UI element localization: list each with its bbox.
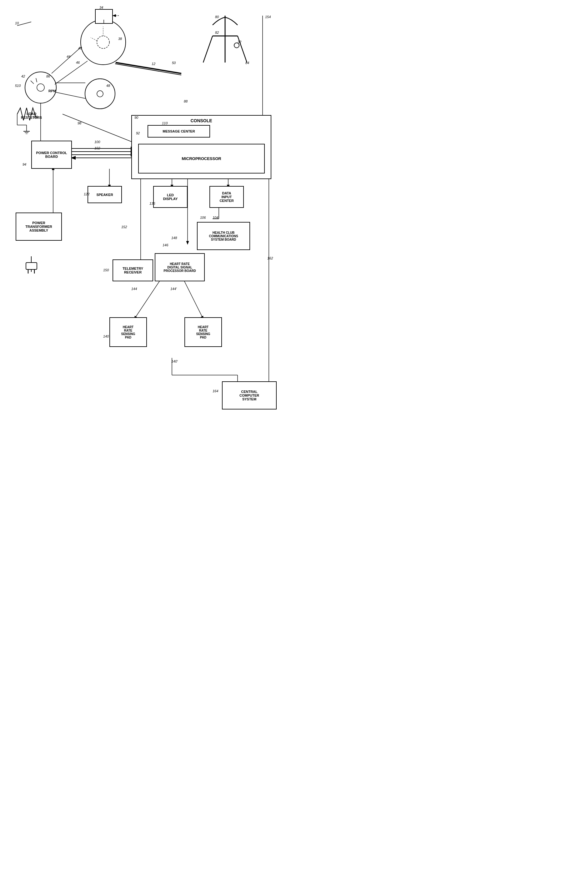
ref-98: 98 [78, 121, 81, 125]
ref-162: 162 [267, 256, 273, 260]
ref-42: 42 [21, 74, 25, 78]
load-resistors-label: LOADRESTSTORS [15, 112, 48, 119]
speaker-label: SPEAKER [96, 193, 113, 196]
ref-84: 84 [245, 61, 249, 65]
data-input-center-box: DATAINPUTCENTER [210, 186, 244, 208]
ref-144p: 144' [170, 287, 177, 291]
microprocessor-label: MICROPROCESSOR [182, 156, 221, 161]
svg-point-1 [81, 20, 126, 65]
console-box: CONSOLE MESSAGE CENTER MICROPROCESSOR [131, 115, 272, 179]
ref-148: 148 [171, 236, 177, 240]
svg-rect-36 [26, 262, 37, 269]
ref-34: 34 [99, 6, 103, 9]
svg-point-11 [37, 84, 44, 91]
microprocessor-box: MICROPROCESSOR [138, 144, 265, 174]
rpm-label: RPM [48, 89, 56, 93]
console-label: CONSOLE [190, 118, 212, 123]
central-computer-box: CENTRALCOMPUTERSYSTEM [222, 381, 277, 410]
ref-92: 92 [136, 131, 140, 135]
ref-50: 50 [172, 61, 176, 65]
svg-line-8 [52, 47, 81, 74]
ref-82: 82 [215, 31, 219, 34]
svg-line-22 [203, 36, 213, 63]
svg-point-15 [97, 91, 103, 97]
heart-rate-pad2-box: HEARTRATESENSINGPAD [184, 317, 222, 347]
ref-96: 96 [34, 115, 38, 119]
speaker-box: SPEAKER [87, 186, 122, 203]
power-transformer-label: POWERTRANSFORMERASSEMBLY [26, 221, 52, 232]
heart-rate-pad1-box: HEARTRATESENSINGPAD [110, 317, 147, 347]
ref-10: 10 [15, 21, 19, 25]
ref-140p: 140' [171, 360, 177, 363]
ref-144: 144 [131, 287, 137, 291]
ref-164: 164 [213, 389, 218, 393]
heart-rate-dsp-label: HEART RATEDIGITAL SIGNALPROCESSOR BOARD [164, 262, 196, 273]
ref-40: 40 [78, 46, 82, 50]
ref-86: 86 [46, 74, 50, 78]
health-club-comm-box: HEALTH CLUBCOMMUNICATIONSSYSTEM BOARD [197, 222, 250, 250]
ref-48: 48 [106, 84, 110, 87]
ref-136: 136 [149, 202, 155, 206]
data-input-center-label: DATAINPUTCENTER [219, 191, 234, 202]
ref-46: 46 [76, 61, 80, 64]
svg-line-39 [63, 114, 141, 146]
ref-110: 110 [162, 121, 168, 125]
power-control-board-label: POWER CONTROLBOARD [36, 151, 67, 159]
svg-line-12 [31, 81, 34, 84]
svg-line-19 [115, 64, 181, 75]
ref-102: 102 [94, 146, 100, 150]
svg-line-13 [36, 78, 37, 82]
ref-38: 38 [118, 37, 122, 40]
svg-line-0 [17, 22, 31, 26]
ref-90: 90 [134, 116, 138, 119]
ref-100: 100 [94, 140, 100, 144]
ref-88: 88 [184, 99, 188, 103]
message-center-box: MESSAGE CENTER [147, 125, 210, 138]
central-computer-label: CENTRALCOMPUTERSYSTEM [240, 390, 259, 401]
ref-80: 80 [215, 15, 219, 19]
ref-154: 154 [265, 15, 271, 19]
telemetry-receiver-box: TELEMETRYRECEIVER [112, 260, 153, 281]
heart-rate-pad1-label: HEARTRATESENSINGPAD [121, 326, 135, 339]
svg-line-56 [134, 281, 159, 319]
led-display-label: LEDDISPLAY [163, 193, 178, 201]
svg-point-14 [85, 79, 115, 109]
svg-point-10 [25, 72, 56, 103]
ref-32: 32 [238, 40, 242, 44]
led-display-box: LEDDISPLAY [153, 186, 188, 208]
ref-510: 510 [15, 84, 21, 87]
svg-line-9 [55, 61, 87, 84]
ref-104: 104 [213, 216, 218, 219]
ref-140: 140 [103, 334, 109, 338]
ref-146: 146 [162, 243, 168, 247]
heart-rate-dsp-box: HEART RATEDIGITAL SIGNALPROCESSOR BOARD [155, 253, 205, 281]
health-club-comm-label: HEALTH CLUBCOMMUNICATIONSSYSTEM BOARD [209, 231, 238, 241]
ref-150: 150 [103, 268, 109, 272]
ref-44: 44 [67, 55, 70, 58]
ref-106: 106 [200, 216, 206, 219]
ref-152: 152 [121, 225, 127, 229]
svg-line-18 [116, 63, 181, 74]
telemetry-receiver-label: TELEMETRYRECEIVER [123, 267, 143, 274]
svg-rect-5 [95, 9, 112, 24]
ref-12: 12 [152, 62, 155, 66]
svg-line-17 [56, 92, 86, 99]
power-transformer-box: POWERTRANSFORMERASSEMBLY [16, 213, 62, 241]
message-center-label: MESSAGE CENTER [162, 129, 195, 133]
ref-122: 122 [84, 192, 89, 196]
svg-point-2 [97, 36, 110, 48]
svg-line-57 [184, 281, 203, 319]
power-control-board-box: POWER CONTROLBOARD [31, 141, 72, 169]
ref-94: 94 [22, 162, 26, 166]
heart-rate-pad2-label: HEARTRATESENSINGPAD [196, 326, 210, 339]
patent-diagram-page: 10 34 38 40 44 46 12 50 80 82 32 84 154 … [0, 0, 294, 436]
svg-line-4 [91, 38, 97, 40]
